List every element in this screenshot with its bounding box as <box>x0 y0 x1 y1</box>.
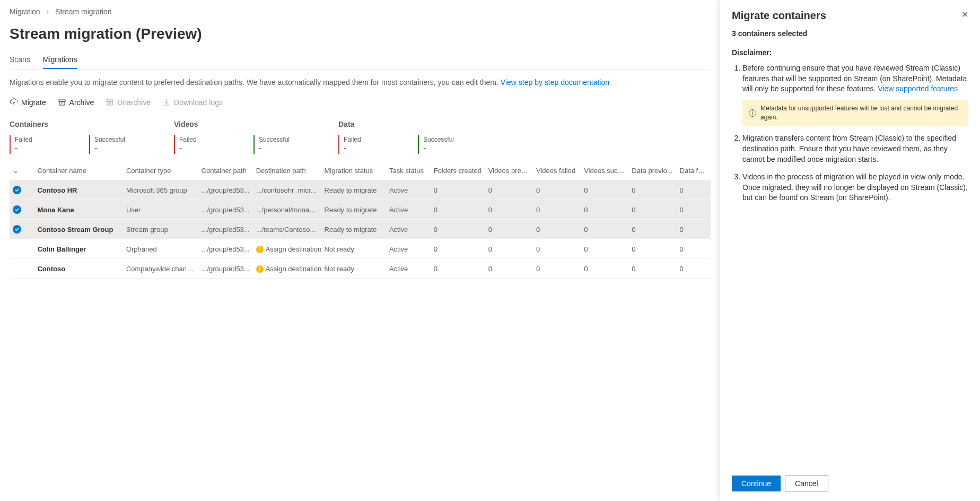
breadcrumb: Migration › Stream migration <box>10 7 711 16</box>
tabs: Scans Migrations <box>10 51 711 70</box>
col-dpath[interactable]: Destination path <box>253 161 321 180</box>
table-row[interactable]: Contoso HRMicrosoft 365 group.../group/e… <box>10 180 711 200</box>
cell-type: Orphaned <box>123 239 198 259</box>
cell-vsucc: 0 <box>581 239 628 259</box>
cell-tstatus: Active <box>386 239 431 259</box>
col-cpath[interactable]: Container path <box>198 161 253 180</box>
col-dfailed[interactable]: Data fa... <box>677 161 711 180</box>
cell-vsucc: 0 <box>581 220 628 239</box>
select-all-header[interactable]: ⌄ <box>10 161 34 180</box>
archive-button[interactable]: Archive <box>58 98 94 107</box>
cell-vfailed: 0 <box>533 259 581 279</box>
breadcrumb-current: Stream migration <box>55 7 112 16</box>
tab-migrations[interactable]: Migrations <box>43 51 77 69</box>
cell-vprev: 0 <box>485 180 533 200</box>
cell-vsucc: 0 <box>581 259 628 279</box>
containers-table: ⌄ Container name Container type Containe… <box>10 161 711 279</box>
cell-tstatus: Active <box>386 220 431 239</box>
cell-vsucc: 0 <box>581 180 628 200</box>
col-vfailed[interactable]: Videos failed <box>533 161 581 180</box>
cell-dfailed: 0 <box>677 200 711 220</box>
panel-subtitle: 3 containers selected <box>732 29 968 38</box>
cell-dfailed: 0 <box>677 220 711 239</box>
disclaimer-item-3: Videos in the process of migration will … <box>742 172 968 203</box>
col-folders[interactable]: Folders created <box>431 161 485 180</box>
chevron-down-icon: ⌄ <box>13 167 18 175</box>
cell-vsucc: 0 <box>581 200 628 220</box>
cell-mstatus: Not ready <box>321 239 386 259</box>
cell-cpath: .../group/ed53... <box>198 220 253 239</box>
cell-folders: 0 <box>431 200 485 220</box>
cell-vprev: 0 <box>485 220 533 239</box>
checkmark-icon[interactable] <box>13 186 21 194</box>
info-box: i Metadata for unsupported features will… <box>742 100 968 126</box>
assign-destination-link[interactable]: !Assign destination <box>256 245 321 253</box>
cell-tstatus: Active <box>386 180 431 200</box>
cell-type: Companywide channel <box>123 259 198 279</box>
cloud-upload-icon <box>10 98 18 107</box>
cell-type: Stream group <box>123 220 198 239</box>
col-vsucc[interactable]: Videos succ... <box>581 161 628 180</box>
stats-videos: Videos Failed- Successful- <box>174 120 338 154</box>
cell-name: Mona Kane <box>34 200 123 220</box>
cell-vprev: 0 <box>485 259 533 279</box>
bar-green-icon <box>418 135 419 154</box>
cell-tstatus: Active <box>386 200 431 220</box>
disclaimer-label: Disclaimer: <box>732 48 968 57</box>
table-row[interactable]: ContosoCompanywide channel.../group/ed53… <box>10 259 711 279</box>
cell-dpath: !Assign destination <box>253 239 321 259</box>
stats-containers: Containers Failed- Successful- <box>10 120 174 154</box>
cell-dpath: .../personal/monak... <box>253 200 321 220</box>
bar-red-icon <box>174 135 175 154</box>
cell-name: Contoso Stream Group <box>34 220 123 239</box>
migrate-panel: Migrate containers ✕ 3 containers select… <box>720 0 980 286</box>
cell-cpath: .../group/ed53... <box>198 200 253 220</box>
checkmark-icon[interactable] <box>13 205 21 214</box>
bar-green-icon <box>253 135 255 154</box>
cell-cpath: .../group/ed53... <box>198 239 253 259</box>
table-row[interactable]: Contoso Stream GroupStream group.../grou… <box>10 220 711 239</box>
cell-vfailed: 0 <box>533 200 581 220</box>
migrate-button[interactable]: Migrate <box>10 98 46 107</box>
col-vprev[interactable]: Videos prev... <box>485 161 533 180</box>
cell-vfailed: 0 <box>533 220 581 239</box>
cell-dpath: !Assign destination <box>253 259 321 279</box>
col-tstatus[interactable]: Task status <box>386 161 431 180</box>
tab-scans[interactable]: Scans <box>10 51 30 68</box>
toolbar: Migrate Archive Unarchive Download logs <box>10 98 711 108</box>
col-type[interactable]: Container type <box>123 161 198 180</box>
cell-dfailed: 0 <box>677 259 711 279</box>
chevron-right-icon: › <box>46 7 49 16</box>
table-row[interactable]: Mona KaneUser.../group/ed53....../person… <box>10 200 711 220</box>
warning-icon: ! <box>256 246 264 253</box>
cell-folders: 0 <box>431 239 485 259</box>
cell-dpath: .../contosohr_micr... <box>253 180 321 200</box>
checkmark-icon[interactable] <box>13 225 21 234</box>
cell-dfailed: 0 <box>677 180 711 200</box>
table-row[interactable]: Colin BallingerOrphaned.../group/ed53...… <box>10 239 711 259</box>
cell-vfailed: 0 <box>533 180 581 200</box>
cell-vprev: 0 <box>485 239 533 259</box>
assign-destination-link[interactable]: !Assign destination <box>256 265 321 273</box>
bar-green-icon <box>89 135 90 154</box>
docs-link[interactable]: View step by step documentation <box>501 78 609 87</box>
cell-folders: 0 <box>431 220 485 239</box>
archive-icon <box>58 98 66 107</box>
cell-type: User <box>123 200 198 220</box>
download-icon <box>162 98 171 107</box>
cell-cpath: .../group/ed53... <box>198 259 253 279</box>
col-mstatus[interactable]: Migration status <box>321 161 386 180</box>
supported-features-link[interactable]: View supported features <box>878 84 958 93</box>
col-dprev[interactable]: Data previo... <box>628 161 676 180</box>
breadcrumb-root[interactable]: Migration <box>10 7 40 16</box>
cell-mstatus: Ready to migrate <box>321 180 386 200</box>
cell-type: Microsoft 365 group <box>123 180 198 200</box>
download-logs-button: Download logs <box>162 98 223 107</box>
stats-data: Data Failed- Successful- <box>338 120 503 154</box>
cell-tstatus: Active <box>386 259 431 279</box>
unarchive-icon <box>106 98 114 107</box>
cell-dprev: 0 <box>628 220 676 239</box>
col-name[interactable]: Container name <box>34 161 123 180</box>
cell-folders: 0 <box>431 180 485 200</box>
close-button[interactable]: ✕ <box>961 10 968 20</box>
